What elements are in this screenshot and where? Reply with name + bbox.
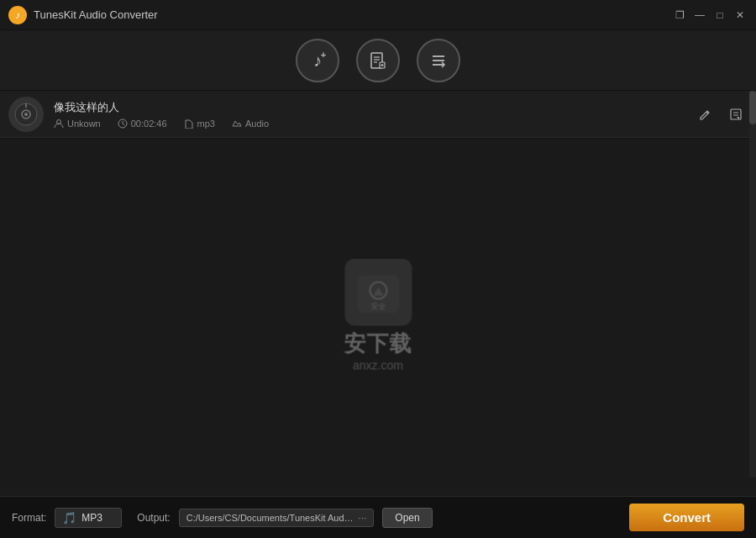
- track-row: 像我这样的人 Unkown 00:02:46 mp3 Audio: [0, 91, 756, 138]
- watermark-icon: 安全: [344, 259, 412, 326]
- app-title: TunesKit Audio Converter: [34, 8, 672, 21]
- window-controls: ❐ — □ ✕: [672, 8, 748, 23]
- track-artwork: [8, 97, 44, 132]
- track-artist: Unkown: [54, 119, 101, 129]
- convert-button[interactable]: Convert: [629, 504, 744, 531]
- format-selector[interactable]: 🎵 MP3: [55, 508, 122, 528]
- scrollbar-thumb[interactable]: [749, 91, 756, 124]
- svg-text:安全: 安全: [370, 303, 386, 311]
- app-logo: ♪: [8, 6, 27, 24]
- output-path: C:/Users/CS/Documents/TunesKit Audio Con…: [186, 513, 355, 523]
- watermark-text: 安下载: [344, 330, 412, 359]
- add-music-button[interactable]: ♪ +: [296, 39, 339, 82]
- format-value: MP3: [81, 512, 102, 524]
- format-label: Format:: [12, 512, 46, 524]
- minimize-button[interactable]: —: [692, 8, 707, 23]
- title-bar: ♪ TunesKit Audio Converter ❐ — □ ✕: [0, 0, 756, 30]
- toolbar: ♪ +: [0, 30, 756, 91]
- track-actions: [694, 103, 748, 126]
- main-content: 安全 安下载 anxz.com: [0, 139, 756, 492]
- track-info: 像我这样的人 Unkown 00:02:46 mp3 Audio: [54, 100, 694, 129]
- svg-text:♪: ♪: [15, 9, 20, 21]
- bottom-bar: Format: 🎵 MP3 Output: C:/Users/CS/Docume…: [0, 496, 756, 538]
- svg-rect-23: [731, 109, 741, 119]
- svg-point-16: [24, 113, 28, 116]
- watermark: 安全 安下载 anxz.com: [344, 259, 412, 372]
- edit-file-button[interactable]: [724, 103, 748, 126]
- track-title: 像我这样的人: [54, 100, 694, 115]
- track-list: 像我这样的人 Unkown 00:02:46 mp3 Audio: [0, 91, 756, 139]
- track-duration: 00:02:46: [118, 119, 167, 129]
- track-type: Audio: [232, 119, 269, 129]
- format-icon: 🎵: [62, 511, 76, 525]
- scrollbar[interactable]: [749, 91, 756, 477]
- output-label: Output:: [137, 512, 170, 524]
- convert-list-button[interactable]: [417, 39, 460, 82]
- maximize-button[interactable]: □: [712, 8, 727, 23]
- edit-tags-button[interactable]: [694, 103, 717, 126]
- output-path-container: C:/Users/CS/Documents/TunesKit Audio Con…: [179, 509, 375, 527]
- svg-text:+: +: [321, 50, 326, 60]
- track-meta: Unkown 00:02:46 mp3 Audio: [54, 119, 694, 129]
- open-button[interactable]: Open: [382, 508, 432, 528]
- close-button[interactable]: ✕: [732, 8, 748, 23]
- format-button[interactable]: [356, 39, 400, 82]
- output-browse-dots[interactable]: ···: [358, 512, 366, 524]
- watermark-url: anxz.com: [353, 359, 403, 372]
- restore-button[interactable]: ❐: [672, 8, 687, 23]
- svg-line-21: [123, 124, 125, 125]
- track-format: mp3: [184, 119, 215, 129]
